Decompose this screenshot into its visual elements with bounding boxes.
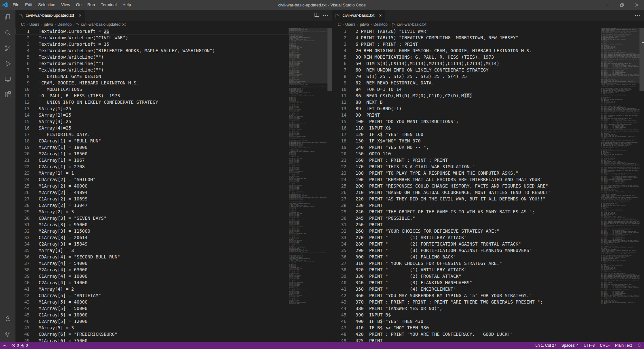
code-line[interactable]: 19140 PRINT "YES OR NO -- "; [332,144,601,150]
menu-run[interactable]: Run [84,0,98,10]
code-line[interactable]: 10' MODIFICATIONS [15,86,289,92]
code-line[interactable]: 1TextWindow.CursorLeft = 26 [15,28,289,34]
menu-edit[interactable]: Edit [22,0,35,10]
scrollbar-thumb[interactable] [639,28,644,91]
code-line[interactable]: 36300 PRINT " (4) FALLING BACK" [332,254,601,260]
code-line[interactable]: 420 REM ORIGINAL GAME DESIGN: CRAM, GOOD… [332,47,601,54]
code-line[interactable]: 37M1Array[4] = 54000 [15,260,289,267]
notifications-bell-icon[interactable] [634,342,644,349]
code-line[interactable]: 982 REM READ HISTORICAL DATA. [332,80,601,86]
split-editor-icon[interactable] [314,12,319,19]
close-icon[interactable] [629,0,644,10]
code-line[interactable]: 17120 IF X$="YES" THEN 160 [332,131,601,138]
restore-icon[interactable] [614,0,629,10]
encoding[interactable]: UTF-8 [581,342,597,349]
tab-civil-war-basic-updated[interactable]: civil-war-basic-updated.txt × [15,10,85,21]
code-line[interactable]: 48CDArray[6] = "FREDERICKSBURG" [15,331,289,337]
code-line[interactable]: 30245 PRINT "POSSIBLE." [332,215,601,221]
code-line[interactable]: 870 S(1)=25 : S(2)=25 : S(3)=25 : S(4)=2… [332,73,601,80]
code-line[interactable]: 1490 PRINT [332,112,601,118]
code-line[interactable]: 20150 GOTO 110 [332,150,601,157]
code-line[interactable]: 24 PRINT TAB(15) "CREATIVE COMPUTING MOR… [332,34,601,41]
code-line[interactable]: 25M1Array[2] = 40000 [15,183,289,189]
breadcrumb-item[interactable]: Desktop [373,22,388,27]
code-line[interactable]: 16110 INPUT X$ [332,125,601,131]
code-line[interactable]: 35MArray[3] = 3 [15,247,289,254]
code-line[interactable]: 46C2Array[5] = 12000 [15,318,289,325]
code-line[interactable]: 48420 PRINT : PRINT "YOU ARE THE CONFEDE… [332,331,601,337]
code-line[interactable]: 42CDArray[5] = "ANTIETAM" [15,292,289,299]
code-line[interactable]: 23MArray[1] = 1 [15,170,289,176]
code-line[interactable]: 41350 PRINT " (4) ENCIRCLEMENT" [332,286,601,292]
explorer-icon[interactable] [0,10,15,25]
more-actions-icon[interactable]: ··· [635,13,641,18]
code-line[interactable]: 39330 PRINT " (2) FRONTAL ATTACK" [332,273,601,279]
code-line[interactable]: 31M1Array[3] = 95000 [15,221,289,228]
code-line[interactable]: 31250 PRINT [332,221,601,228]
code-line[interactable]: 24190 PRINT "REMEMBER THAT ALL FACTORS A… [332,176,601,183]
code-line[interactable]: 43370 PRINT : PRINT : PRINT : PRINT "ARE… [332,299,601,305]
code-line[interactable]: 21160 PRINT : PRINT : PRINT : PRINT [332,157,601,163]
code-line[interactable]: 37310 PRINT " YOUR CHOICES FOR OFFENSIVE… [332,260,601,267]
settings-gear-icon[interactable] [0,326,15,342]
code-line[interactable]: 47MArray[5] = 3 [15,325,289,331]
code-line[interactable]: 27220 PRINT "AS THEY DID IN THE CIVIL WA… [332,196,601,202]
code-line[interactable]: 12' UNION INFO ON LIKELY CONFEDERATE STR… [15,99,289,105]
more-actions-icon[interactable]: ··· [323,13,329,18]
code-line[interactable]: 7TextWindow.WriteLine("") [15,67,289,73]
code-line[interactable]: 9'CRAM, GOODIE, HIBBARD LEXINGTON H.S. [15,80,289,86]
remote-indicator[interactable]: >< [0,342,9,349]
code-line[interactable]: 18CDArray[1] = "BULL RUN" [15,138,289,144]
breadcrumb-item[interactable]: Users [345,22,355,27]
code-line[interactable]: 530 REM MODIFICATIONS: G. PAUL, R. HESS … [332,54,601,60]
code-line[interactable]: 28C2Array[2] = 13047 [15,202,289,208]
code-line[interactable]: 29240 PRINT "THE OBJECT OF THE GAME IS T… [332,208,601,215]
code-line[interactable]: 43M1Array[5] = 40000 [15,299,289,305]
cursor-position[interactable]: Ln 1, Col 27 [533,342,559,349]
code-line[interactable]: 41MArray[4] = 2 [15,286,289,292]
code-line[interactable]: 38M2Array[4] = 63000 [15,267,289,273]
code-line[interactable]: 42360 PRINT "YOU MAY SURRENDER BY TYPING… [332,292,601,299]
account-icon[interactable] [0,311,15,326]
language-mode[interactable]: Plain Text [612,342,634,349]
code-line[interactable]: 35290 PRINT " (3) FORTIFICATION AGAINST … [332,247,601,254]
code-line[interactable]: 40C2Array[4] = 14000 [15,279,289,286]
menu-help[interactable]: Help [119,0,134,10]
remote-explorer-icon[interactable] [0,72,15,87]
code-line[interactable]: 4TextWindow.WriteLine("BIBLEBYTE BOOKS, … [15,47,289,54]
minimize-icon[interactable] [600,0,614,10]
code-line[interactable]: 32260 PRINT "YOUR CHOICES FOR DEFENSIVE … [332,228,601,234]
code-line[interactable]: 1389 LET D=RND(-1) [332,105,601,112]
code-line[interactable]: 16SArray[4]=25 [15,125,289,131]
tab-close-icon[interactable]: × [379,13,382,18]
breadcrumb-item[interactable]: jatwo [360,22,369,27]
menu-terminal[interactable]: Terminal [98,0,119,10]
code-line[interactable]: 19M1Array[1] = 18000 [15,144,289,150]
breadcrumb-item[interactable]: jatwo [43,22,53,27]
code-line[interactable]: 650 DIM S(4),C$(14),M1(14),M2(14),C1(14)… [332,60,601,67]
code-line[interactable]: 25200 PRINT "RESPONSES COULD CHANGE HIST… [332,183,601,189]
code-line[interactable]: 14SArray[2]=25 [15,112,289,118]
code-line[interactable]: 24CDArray[2] = "SHILOH" [15,176,289,183]
breadcrumb-item[interactable]: c: [337,22,341,27]
search-icon[interactable] [0,25,15,41]
code-line[interactable]: 22170 PRINT "THIS IS A CIVIL WAR SIMULAT… [332,163,601,170]
code-editor-right[interactable]: 12 PRINT TAB(26) "CIVIL WAR"24 PRINT TAB… [332,28,644,342]
menu-file[interactable]: File [10,0,22,10]
code-line[interactable]: 27C1Array[2] = 10699 [15,196,289,202]
code-line[interactable]: 33270 PRINT " (1) ARTILLERY ATTACK" [332,234,601,241]
breadcrumb-item[interactable]: civil-war-basic-updated.txt [80,22,126,27]
code-line[interactable]: 760 REM UNION INFO ON LIKELY CONFEDERATE… [332,67,601,73]
code-line[interactable]: 12 PRINT TAB(26) "CIVIL WAR" [332,28,601,34]
code-line[interactable]: 34C2Array[3] = 15849 [15,241,289,247]
code-line[interactable]: 45390 INPUT B$ [332,312,601,318]
code-line[interactable]: 49425 PRINT [332,337,601,342]
code-line[interactable]: 39C1Array[4] = 10000 [15,273,289,279]
code-line[interactable]: 23180 PRINT "TO PLAY TYPE A RESPONSE WHE… [332,170,601,176]
code-line[interactable]: 15SArray[3]=25 [15,118,289,125]
code-line[interactable]: 36CDArray[4] = "SECOND BULL RUN" [15,254,289,260]
tab-close-icon[interactable]: × [79,13,81,18]
code-line[interactable]: 47410 IF B$ <> "NO" THEN 380 [332,325,601,331]
code-line[interactable]: 46400 IF B$="YES" THEN 430 [332,318,601,325]
code-line[interactable]: 36 PRINT : PRINT : PRINT [332,41,601,47]
